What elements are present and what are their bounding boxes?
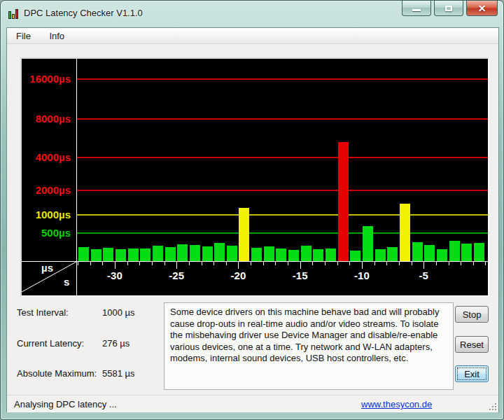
maximize-button[interactable]	[434, 1, 463, 16]
website-link[interactable]: www.thesycon.de	[361, 399, 432, 410]
latency-chart-panel: 16000µs8000µs4000µs2000µs1000µs500µs-30-…	[20, 57, 489, 297]
icon-yellow-bar	[12, 14, 15, 19]
title-bar[interactable]: DPC Latency Checker V1.1.0 ✕	[1, 1, 504, 27]
test-interval-label: Test Interval:	[17, 307, 69, 318]
window-controls: ✕	[402, 1, 498, 18]
current-latency-label: Current Latency:	[17, 338, 84, 349]
status-text: Analysing DPC latency ...	[14, 399, 117, 410]
status-bar: Analysing DPC latency ... www.thesycon.d…	[7, 395, 498, 412]
x-unit-label: s	[64, 276, 69, 288]
client-area: File Info 16000µs8000µs4000µs2000µs1000µ…	[6, 27, 499, 412]
resize-grip-icon[interactable]	[488, 402, 496, 410]
icon-red-bar	[15, 9, 18, 19]
reset-button[interactable]: Reset	[455, 336, 489, 353]
test-interval-value: 1000 µs	[102, 307, 135, 318]
app-window: DPC Latency Checker V1.1.0 ✕ File Info 1…	[0, 0, 504, 420]
axis-corner-diagonal	[22, 59, 488, 295]
absolute-maximum-value: 5581 µs	[102, 368, 135, 379]
app-icon	[8, 8, 20, 20]
menu-bar: File Info	[7, 28, 498, 44]
maximize-icon	[445, 6, 452, 11]
advice-text-box: Some device drivers on this machine beha…	[164, 302, 454, 390]
exit-button[interactable]: Exit	[455, 365, 489, 382]
absolute-maximum-label: Absolute Maximum:	[17, 368, 97, 379]
menu-info[interactable]: Info	[43, 28, 71, 41]
stop-button[interactable]: Stop	[455, 306, 489, 323]
minimize-icon	[412, 9, 421, 11]
current-latency-value: 276 µs	[102, 338, 130, 349]
icon-green-bar	[8, 11, 11, 19]
y-unit-label: µs	[41, 262, 53, 274]
minimize-button[interactable]	[402, 1, 431, 16]
close-button[interactable]: ✕	[466, 1, 498, 16]
window-title: DPC Latency Checker V1.1.0	[24, 8, 143, 18]
latency-chart: 16000µs8000µs4000µs2000µs1000µs500µs-30-…	[22, 59, 488, 295]
menu-file[interactable]: File	[10, 28, 37, 41]
close-icon: ✕	[478, 4, 486, 13]
